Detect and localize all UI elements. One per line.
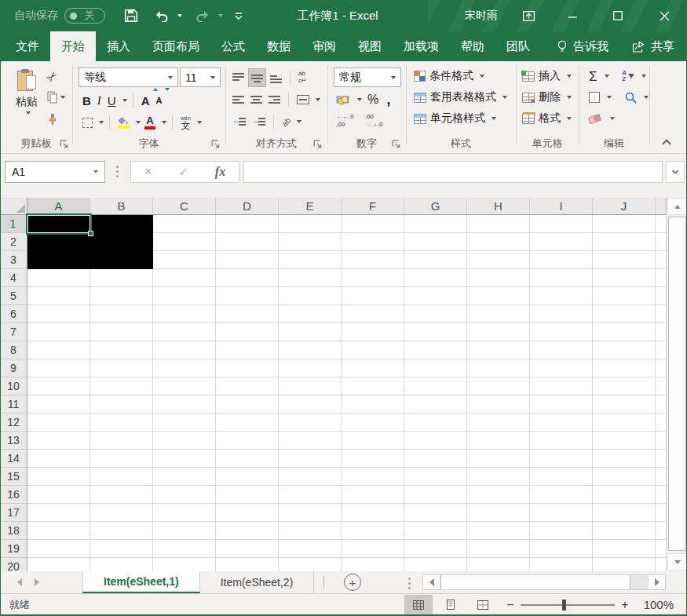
align-bottom-button[interactable] bbox=[268, 68, 284, 87]
column-header-I[interactable]: I bbox=[530, 198, 593, 215]
delete-cells-button[interactable]: 删除 bbox=[522, 87, 572, 108]
tab-团队[interactable]: 团队 bbox=[495, 31, 541, 61]
merge-center-button[interactable] bbox=[294, 90, 312, 109]
column-header-F[interactable]: F bbox=[342, 198, 404, 215]
row-header-2[interactable]: 2 bbox=[0, 233, 27, 251]
align-left-button[interactable] bbox=[230, 90, 247, 109]
fill-button[interactable]: ↓ bbox=[587, 88, 602, 107]
row-header-15[interactable]: 15 bbox=[0, 468, 27, 486]
row-header-4[interactable]: 4 bbox=[0, 269, 27, 287]
sort-filter-button[interactable]: AZ bbox=[620, 67, 637, 86]
insert-function-button[interactable]: fx bbox=[215, 165, 225, 179]
tab-bar-splitter[interactable] bbox=[408, 578, 411, 589]
ribbon-display-options-button[interactable] bbox=[514, 0, 543, 31]
format-as-table-button[interactable]: 套用表格格式 bbox=[414, 87, 507, 108]
tab-审阅[interactable]: 审阅 bbox=[301, 31, 347, 61]
column-header-partial[interactable] bbox=[656, 198, 666, 215]
row-header-7[interactable]: 7 bbox=[0, 323, 27, 341]
horizontal-scroll-thumb[interactable] bbox=[440, 575, 630, 589]
fill-dropdown-icon[interactable] bbox=[607, 96, 612, 99]
column-header-H[interactable]: H bbox=[467, 198, 530, 215]
expand-formula-bar-button[interactable] bbox=[666, 161, 685, 183]
row-header-19[interactable]: 19 bbox=[0, 540, 27, 558]
new-sheet-button[interactable]: + bbox=[344, 574, 361, 591]
orientation-button[interactable]: ab bbox=[280, 112, 293, 131]
find-dropdown-icon[interactable] bbox=[644, 96, 649, 99]
alignment-dialog-launcher-icon[interactable] bbox=[313, 140, 323, 149]
clipboard-dialog-launcher-icon[interactable] bbox=[60, 140, 69, 149]
column-header-A[interactable]: A bbox=[27, 198, 90, 215]
tab-数据[interactable]: 数据 bbox=[256, 31, 301, 61]
tell-me-button[interactable]: 告诉我 bbox=[547, 31, 618, 61]
column-header-J[interactable]: J bbox=[593, 198, 656, 215]
find-select-button[interactable] bbox=[623, 88, 639, 107]
row-header-5[interactable]: 5 bbox=[0, 287, 27, 305]
page-layout-view-button[interactable] bbox=[437, 595, 465, 614]
format-cells-button[interactable]: 格式 bbox=[522, 108, 572, 129]
sheet-tab-Item(eSheet,2)[interactable]: Item(eSheet,2) bbox=[200, 571, 315, 593]
redo-dropdown[interactable] bbox=[215, 0, 226, 31]
increase-indent-button[interactable]: → bbox=[250, 112, 268, 131]
borders-dropdown-icon[interactable] bbox=[99, 121, 104, 124]
row-header-17[interactable]: 17 bbox=[0, 504, 27, 522]
select-all-corner[interactable] bbox=[0, 198, 27, 215]
font-size-combo[interactable]: 11 bbox=[180, 67, 221, 87]
row-header-11[interactable]: 11 bbox=[0, 395, 27, 414]
row-header-14[interactable]: 14 bbox=[0, 450, 27, 468]
borders-button[interactable] bbox=[80, 113, 95, 132]
fill-handle[interactable] bbox=[88, 231, 93, 236]
align-center-button[interactable] bbox=[248, 90, 265, 109]
phonetic-dropdown-icon[interactable] bbox=[197, 121, 202, 124]
normal-view-button[interactable] bbox=[404, 595, 433, 614]
column-header-E[interactable]: E bbox=[279, 198, 342, 215]
orientation-dropdown-icon[interactable] bbox=[297, 120, 301, 123]
scroll-track[interactable] bbox=[630, 575, 648, 589]
close-button[interactable] bbox=[644, 0, 685, 31]
enter-button[interactable]: ✓ bbox=[179, 165, 189, 179]
underline-dropdown-icon[interactable] bbox=[122, 99, 127, 102]
percent-style-button[interactable]: % bbox=[365, 90, 381, 109]
font-dialog-launcher-icon[interactable] bbox=[211, 140, 221, 149]
sort-filter-dropdown-icon[interactable] bbox=[641, 75, 646, 78]
autosum-dropdown-icon[interactable] bbox=[605, 75, 609, 78]
font-color-button[interactable]: A bbox=[142, 113, 158, 132]
cut-button[interactable]: ✂ bbox=[47, 69, 57, 84]
row-header-13[interactable]: 13 bbox=[0, 432, 27, 450]
align-top-button[interactable] bbox=[230, 68, 247, 87]
tab-加载项[interactable]: 加载项 bbox=[393, 31, 450, 61]
row-header-16[interactable]: 16 bbox=[0, 486, 27, 504]
font-color-dropdown-icon[interactable] bbox=[162, 121, 166, 124]
column-header-C[interactable]: C bbox=[153, 198, 216, 215]
fill-color-button[interactable] bbox=[115, 113, 132, 132]
underline-button[interactable]: U bbox=[105, 91, 119, 110]
row-header-9[interactable]: 9 bbox=[0, 359, 27, 377]
zoom-level[interactable]: 100% bbox=[633, 594, 674, 615]
sheet-tab-Item(eSheet,1)[interactable]: Item(eSheet,1) bbox=[82, 571, 200, 593]
column-header-D[interactable]: D bbox=[216, 198, 279, 215]
clear-dropdown-icon[interactable] bbox=[610, 117, 615, 120]
scroll-down-button[interactable] bbox=[667, 553, 687, 570]
tab-file[interactable]: 文件 bbox=[5, 31, 50, 61]
page-break-preview-button[interactable] bbox=[469, 595, 497, 614]
number-dialog-launcher-icon[interactable] bbox=[392, 140, 401, 149]
formula-input[interactable] bbox=[243, 161, 663, 183]
autosave-toggle[interactable]: 自动保存 关 bbox=[14, 0, 105, 31]
decrease-decimal-button[interactable]: .00→→.0 bbox=[363, 111, 386, 130]
row-header-3[interactable]: 3 bbox=[0, 251, 27, 269]
scroll-right-button[interactable] bbox=[648, 575, 665, 589]
decrease-indent-button[interactable]: ← bbox=[230, 112, 248, 131]
collapse-ribbon-button[interactable] bbox=[663, 137, 670, 149]
column-header-G[interactable]: G bbox=[404, 198, 467, 215]
accounting-format-button[interactable] bbox=[334, 90, 352, 109]
zoom-slider-thumb[interactable] bbox=[562, 600, 566, 611]
zoom-out-button[interactable]: − bbox=[502, 594, 518, 615]
vertical-scrollbar[interactable] bbox=[666, 198, 687, 571]
align-right-button[interactable] bbox=[266, 90, 283, 109]
cell-styles-button[interactable]: 单元格样式 bbox=[414, 108, 496, 129]
accounting-dropdown-icon[interactable] bbox=[357, 98, 362, 101]
align-middle-button[interactable] bbox=[248, 68, 266, 87]
phonetic-guide-button[interactable]: wén 文 bbox=[178, 113, 193, 132]
horizontal-scrollbar[interactable] bbox=[422, 574, 666, 590]
account-user-name[interactable]: 宋时雨 bbox=[454, 0, 509, 31]
tab-帮助[interactable]: 帮助 bbox=[450, 31, 495, 61]
